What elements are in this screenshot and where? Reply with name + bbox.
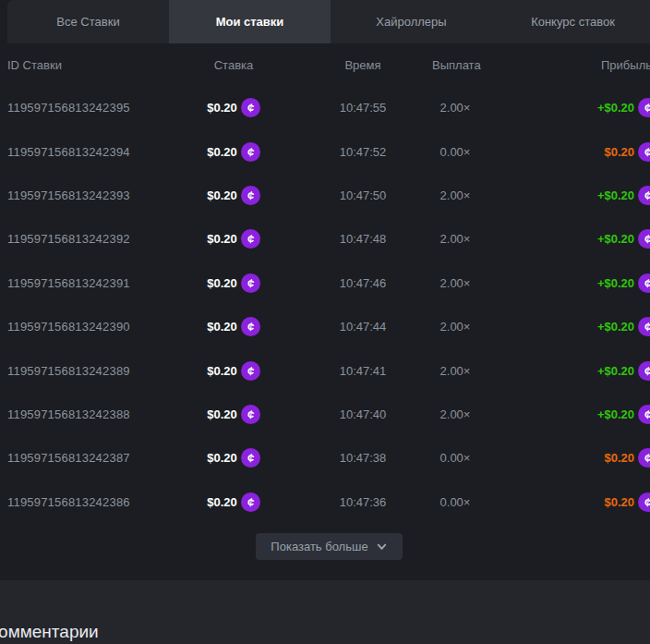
coin-icon: ¢: [638, 448, 650, 468]
bet-time: 10:47:48: [294, 232, 432, 246]
column-header-payout: Выплата: [432, 58, 478, 72]
coin-icon: ¢: [241, 405, 260, 424]
comments-section: Комментарии: [0, 580, 650, 644]
bet-amount: $0.20¢: [174, 229, 294, 249]
bet-amount: $0.20¢: [174, 142, 294, 162]
bet-row: 119597156813242387$0.20¢10:47:380.00×$0.…: [0, 436, 650, 480]
bet-row: 119597156813242393$0.20¢10:47:502.00×+$0…: [0, 174, 650, 217]
bet-time: 10:47:40: [294, 407, 432, 421]
coin-icon: ¢: [638, 405, 650, 424]
bet-row: 119597156813242391$0.20¢10:47:462.00×+$0…: [0, 261, 650, 305]
coin-icon: ¢: [638, 142, 650, 162]
bet-id: 119597156813242393: [7, 188, 174, 202]
bet-id: 119597156813242388: [7, 407, 174, 421]
bets-table: ID Ставки Ставка Время Выплата Прибыль 1…: [0, 43, 650, 580]
coin-icon: ¢: [638, 361, 650, 381]
bet-time: 10:47:41: [294, 364, 432, 378]
bet-amount: $0.20¢: [174, 492, 294, 512]
bet-amount: $0.20¢: [174, 317, 294, 336]
bet-time: 10:47:38: [294, 451, 432, 465]
bet-payout: 0.00×: [432, 451, 478, 465]
bet-row: 119597156813242394$0.20¢10:47:520.00×$0.…: [0, 129, 650, 173]
bet-id: 119597156813242392: [7, 232, 174, 246]
bet-time: 10:47:55: [294, 101, 432, 115]
bet-payout: 0.00×: [432, 145, 478, 159]
bet-time: 10:47:44: [294, 320, 432, 334]
coin-icon: ¢: [241, 273, 260, 293]
bet-id: 119597156813242395: [7, 101, 174, 115]
coin-icon: ¢: [241, 448, 260, 468]
column-header-profit: Прибыль: [478, 58, 650, 72]
table-body: 119597156813242395$0.20¢10:47:552.00×+$0…: [0, 86, 650, 524]
column-header-bet-id: ID Ставки: [7, 58, 174, 72]
bet-payout: 2.00×: [432, 407, 478, 421]
bet-profit: +$0.20¢: [478, 186, 650, 205]
bet-id: 119597156813242390: [7, 320, 174, 334]
bet-id: 119597156813242394: [7, 145, 174, 159]
bet-time: 10:47:50: [294, 188, 432, 202]
bet-row: 119597156813242388$0.20¢10:47:402.00×+$0…: [0, 393, 650, 436]
comments-title: Комментарии: [0, 622, 99, 642]
bet-amount: $0.20¢: [174, 361, 294, 381]
bet-amount: $0.20¢: [174, 273, 294, 293]
bet-id: 119597156813242391: [7, 276, 174, 290]
bet-profit: +$0.20¢: [478, 405, 650, 424]
bet-profit: +$0.20¢: [478, 317, 650, 336]
coin-icon: ¢: [638, 229, 650, 249]
bet-id: 119597156813242387: [7, 451, 174, 465]
bet-payout: 2.00×: [432, 232, 478, 246]
show-more-button[interactable]: Показать больше: [256, 533, 403, 560]
coin-icon: ¢: [638, 273, 650, 293]
bet-row: 119597156813242389$0.20¢10:47:412.00×+$0…: [0, 348, 650, 392]
coin-icon: ¢: [638, 317, 650, 336]
tab-all-bets[interactable]: Все Ставки: [7, 0, 169, 43]
coin-icon: ¢: [241, 492, 260, 512]
coin-icon: ¢: [241, 186, 260, 205]
bet-id: 119597156813242386: [7, 495, 174, 509]
chevron-down-icon: [376, 541, 388, 553]
bet-amount: $0.20¢: [174, 186, 294, 205]
bet-row: 119597156813242392$0.20¢10:47:482.00×+$0…: [0, 217, 650, 261]
column-header-time: Время: [294, 58, 432, 72]
bet-payout: 2.00×: [432, 364, 478, 378]
bet-amount: $0.20¢: [174, 405, 294, 424]
coin-icon: ¢: [241, 98, 260, 117]
table-header-row: ID Ставки Ставка Время Выплата Прибыль: [0, 43, 650, 86]
bet-profit: $0.20¢: [478, 492, 650, 512]
coin-icon: ¢: [241, 142, 260, 162]
coin-icon: ¢: [638, 186, 650, 205]
bet-amount: $0.20¢: [174, 448, 294, 468]
bet-payout: 2.00×: [432, 101, 478, 115]
bet-id: 119597156813242389: [7, 364, 174, 378]
tab-my-bets[interactable]: Мои ставки: [169, 0, 331, 43]
bet-time: 10:47:46: [294, 276, 432, 290]
bet-row: 119597156813242395$0.20¢10:47:552.00×+$0…: [0, 86, 650, 129]
bet-profit: $0.20¢: [478, 142, 650, 162]
coin-icon: ¢: [241, 317, 260, 336]
bet-profit: +$0.20¢: [478, 98, 650, 117]
tab-bet-contest[interactable]: Конкурс ставок: [492, 0, 650, 43]
bet-amount: $0.20¢: [174, 98, 294, 117]
bet-payout: 2.00×: [432, 188, 478, 202]
coin-icon: ¢: [638, 98, 650, 117]
coin-icon: ¢: [638, 492, 650, 512]
bets-tabbar: Все Ставки Мои ставки Хайроллеры Конкурс…: [7, 0, 650, 43]
bet-payout: 2.00×: [432, 276, 478, 290]
column-header-bet: Ставка: [174, 58, 294, 72]
bet-time: 10:47:52: [294, 145, 432, 159]
bet-payout: 2.00×: [432, 320, 478, 334]
bet-payout: 0.00×: [432, 495, 478, 509]
tab-highrollers[interactable]: Хайроллеры: [331, 0, 492, 43]
bet-row: 119597156813242386$0.20¢10:47:360.00×$0.…: [0, 480, 650, 524]
bet-row: 119597156813242390$0.20¢10:47:442.00×+$0…: [0, 305, 650, 348]
coin-icon: ¢: [241, 361, 260, 381]
bet-profit: +$0.20¢: [478, 361, 650, 381]
show-more-label: Показать больше: [271, 540, 367, 553]
bet-profit: +$0.20¢: [478, 229, 650, 249]
bet-time: 10:47:36: [294, 495, 432, 509]
bet-profit: +$0.20¢: [478, 273, 650, 293]
coin-icon: ¢: [241, 229, 260, 249]
bet-profit: $0.20¢: [478, 448, 650, 468]
